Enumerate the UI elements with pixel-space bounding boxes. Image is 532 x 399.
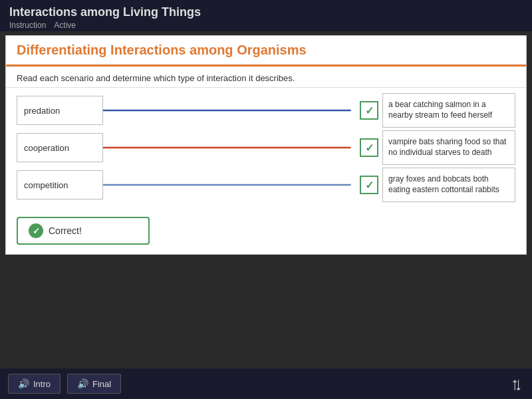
check-box-competition[interactable]: ✓ <box>360 176 378 194</box>
main-content: Differentiating Interactions among Organ… <box>5 35 527 255</box>
intro-button[interactable]: 🔊 Intro <box>8 374 61 394</box>
speaker-icon-final: 🔊 <box>77 378 88 389</box>
left-label-competition: competition <box>17 170 103 200</box>
match-row-competition: competition ✓ gray foxes and bobcats bot… <box>17 168 515 202</box>
feedback-area: ✓ Correct! <box>6 207 526 254</box>
cursor-indicator: ⮁ <box>511 378 523 392</box>
correct-text: Correct! <box>49 225 82 236</box>
line-area-competition: ✓ <box>103 170 378 200</box>
line-area-predation: ✓ <box>103 96 378 125</box>
intro-button-label: Intro <box>33 379 51 389</box>
speaker-icon-intro: 🔊 <box>18 378 29 389</box>
match-row-cooperation: cooperation ✓ vampire bats sharing food … <box>17 130 515 165</box>
left-label-cooperation: cooperation <box>17 133 103 162</box>
checkmark-predation: ✓ <box>365 104 374 117</box>
nav-label: Instruction <box>9 21 46 30</box>
bottom-bar: 🔊 Intro 🔊 Final ⮁ <box>0 368 532 399</box>
check-box-cooperation[interactable]: ✓ <box>360 138 378 157</box>
section-header: Differentiating Interactions among Organ… <box>6 36 526 66</box>
title-bar: Interactions among Living Things Instruc… <box>0 0 532 31</box>
right-label-cooperation: vampire bats sharing food so that no ind… <box>382 130 515 165</box>
right-label-predation: a bear catching salmon in a nearby strea… <box>382 93 515 128</box>
instructions-text: Read each scenario and determine which t… <box>6 66 526 88</box>
status-badge: Active <box>54 21 76 30</box>
checkmark-competition: ✓ <box>365 179 374 192</box>
right-label-competition: gray foxes and bobcats both eating easte… <box>382 168 515 202</box>
match-row-predation: predation ✓ a bear catching salmon in a … <box>17 93 515 128</box>
circle-check-icon: ✓ <box>29 223 43 238</box>
left-label-predation: predation <box>17 96 103 125</box>
final-button-label: Final <box>92 379 111 389</box>
final-button[interactable]: 🔊 Final <box>67 374 121 394</box>
line-area-cooperation: ✓ <box>103 133 378 162</box>
correct-badge: ✓ Correct! <box>17 217 150 245</box>
check-box-predation[interactable]: ✓ <box>360 101 378 120</box>
page-title: Interactions among Living Things <box>9 5 523 19</box>
section-heading: Differentiating Interactions among Organ… <box>17 43 515 58</box>
matching-area: predation ✓ a bear catching salmon in a … <box>6 88 526 207</box>
checkmark-cooperation: ✓ <box>365 142 374 154</box>
